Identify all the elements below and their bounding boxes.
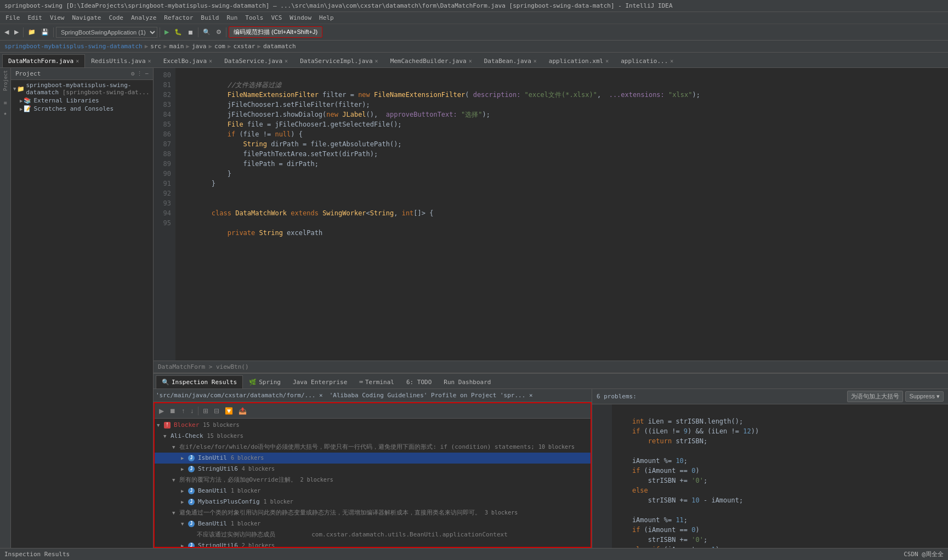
insp-static-rule[interactable]: ▼ 避免通过一个类的对象引用访问此类的静态变量或静态方法，无谓增加编译器解析成本… — [155, 507, 591, 518]
insp-prev-btn[interactable]: ↑ — [179, 406, 187, 416]
coding-scan-button[interactable]: 编码规范扫描 (Ctrl+Alt+Shift+J) — [229, 26, 322, 38]
menu-navigate[interactable]: Navigate — [69, 13, 105, 22]
fix-button[interactable]: 为语句加上大括号 — [847, 391, 903, 402]
insp-override-rule[interactable]: ▼ 所有的覆写方法，必须加@Override注解。 2 blockers — [155, 475, 591, 485]
insp-filter-btn[interactable]: 🔽 — [223, 406, 235, 416]
bottom-tab-java-enterprise[interactable]: Java Enterprise — [287, 375, 353, 388]
run-config-dropdown[interactable]: SpringBootSwingApplication (1) — [56, 27, 157, 38]
search-button[interactable]: 🔍 — [201, 27, 213, 37]
menu-tools[interactable]: Tools — [242, 13, 266, 22]
suppress-button[interactable]: Suppress ▾ — [905, 391, 944, 402]
static-detail-arrow — [190, 530, 195, 539]
breadcrumb-src[interactable]: src — [150, 43, 161, 50]
tree-scratches[interactable]: ▶ 📝 Scratches and Consoles — [11, 105, 153, 113]
bottom-tab-run-dashboard[interactable]: Run Dashboard — [438, 375, 497, 388]
tab-close-application2[interactable]: × — [670, 58, 673, 64]
bottom-tab-inspection[interactable]: 🔍 Inspection Results — [156, 375, 243, 388]
bottom-tab-spring[interactable]: 🌿 Spring — [243, 375, 287, 388]
tab-close-databean[interactable]: × — [533, 58, 537, 64]
tree-root[interactable]: ▼ 📁 springboot-mybatisplus-swing-datamat… — [11, 81, 153, 96]
bottom-tab-todo[interactable]: 6: TODO — [400, 375, 438, 388]
insp-export-btn[interactable]: 📤 — [236, 406, 249, 416]
right-panel-header: 6 problems: 为语句加上大括号 Suppress ▾ — [592, 389, 948, 404]
breadcrumb-main[interactable]: main — [169, 43, 184, 50]
status-inspection-label: Inspection Results — [4, 551, 70, 558]
debug-button[interactable]: 🐛 — [172, 27, 184, 37]
insp-beanutil-override[interactable]: ▶ J BeanUtil 1 blocker — [155, 485, 591, 496]
tab-databean[interactable]: DataBean.java × — [478, 54, 543, 67]
menu-analyze[interactable]: Analyze — [128, 13, 160, 22]
menu-view[interactable]: View — [47, 13, 68, 22]
project-icon: 📁 — [17, 85, 25, 93]
insp-run-btn[interactable]: ▶ — [157, 406, 166, 416]
insp-expand-btn[interactable]: ⊞ — [201, 406, 211, 416]
insp-next-btn[interactable]: ↓ — [188, 406, 196, 416]
menu-vcs[interactable]: VCS — [268, 13, 285, 22]
breadcrumb-com[interactable]: com — [214, 43, 225, 50]
menu-refactor[interactable]: Refactor — [161, 13, 196, 22]
insp-ifelse-rule[interactable]: ▼ 在if/else/for/while/do语句中必须使用大括号，即使只有一行… — [155, 442, 591, 453]
project-gear-icon[interactable]: ⚙ — [131, 70, 135, 77]
right-code-editor[interactable]: int iLen = strISBN.length(); if ((iLen !… — [612, 404, 948, 548]
insp-alicheck-blocker[interactable]: ▼ Ali-Check 15 blockers — [155, 431, 591, 442]
project-minimize-icon[interactable]: − — [145, 70, 149, 77]
project-settings-icon[interactable]: ⋮ — [137, 70, 143, 77]
override-label: 所有的覆写方法，必须加@Override注解。 — [179, 476, 297, 484]
insp-isbnutil[interactable]: ▶ J IsbnUtil 6 blockers — [155, 453, 591, 464]
breadcrumb-java[interactable]: java — [192, 43, 207, 50]
toolbar-back[interactable]: ◀ — [2, 27, 11, 37]
toolbar-save[interactable]: 💾 — [39, 27, 51, 37]
run-button[interactable]: ▶ — [162, 27, 171, 37]
breadcrumb-project[interactable]: springboot-mybatisplus-swing-datamatch — [4, 43, 143, 50]
menu-build[interactable]: Build — [197, 13, 222, 22]
toolbar-forward[interactable]: ▶ — [12, 27, 21, 37]
bottom-tab-terminal[interactable]: ⌨ Terminal — [353, 375, 400, 388]
tab-close-applicationxml[interactable]: × — [605, 58, 609, 64]
insp-blocker-group[interactable]: ▼ ! Blocker 15 blockers — [155, 420, 591, 431]
tab-close-memcachedbuilder[interactable]: × — [469, 58, 472, 64]
tab-label-application2: applicatio... — [621, 58, 668, 65]
inspection-profile-tab[interactable]: 'Alibaba Coding Guidelines' Profile on P… — [330, 392, 533, 399]
menu-window[interactable]: Window — [286, 13, 315, 22]
tab-close-redisutils[interactable]: × — [148, 58, 151, 64]
insp-static-detail[interactable]: 不应该通过实例访问静态成员 com.cxstar.datamatch.utils… — [155, 529, 591, 540]
insp-stringutil6-static[interactable]: ▶ J StringUtil6 2 blockers — [155, 540, 591, 547]
breadcrumb-datamatch[interactable]: datamatch — [263, 43, 296, 50]
insp-beanutil-static[interactable]: ▼ J BeanUtil 1 blocker — [155, 518, 591, 529]
tab-close-datamatchform[interactable]: × — [76, 58, 79, 64]
insp-stringutil6-1[interactable]: ▶ J StringUtil6 4 blockers — [155, 464, 591, 475]
menu-help[interactable]: Help — [316, 13, 337, 22]
favorites-sidebar-tab[interactable]: ★ — [3, 110, 7, 116]
menu-edit[interactable]: Edit — [25, 13, 46, 22]
toolbar-open[interactable]: 📁 — [26, 27, 38, 37]
insp-mybatisplusconfig[interactable]: ▶ J MybatisPlusConfig 1 blocker — [155, 496, 591, 507]
tab-close-dataserviceimpl[interactable]: × — [375, 58, 378, 64]
menu-code[interactable]: Code — [105, 13, 127, 22]
stringutil6-1-count: 4 blockers — [242, 465, 275, 473]
insp-collapse-btn[interactable]: ⊟ — [212, 406, 222, 416]
menu-file[interactable]: File — [2, 13, 24, 22]
tab-close-dataservice[interactable]: × — [285, 58, 288, 64]
tab-applicationxml[interactable]: application.xml × — [543, 54, 615, 67]
tab-datamatchform[interactable]: DataMatchForm.java × — [2, 54, 85, 67]
project-sidebar-tab[interactable]: Project — [3, 70, 8, 91]
editor-breadcrumb: DataMatchForm > viewBtn() — [154, 361, 948, 373]
menu-run[interactable]: Run — [223, 13, 241, 22]
code-editor[interactable]: //文件选择器过滤 FileNameExtensionFilter filter… — [175, 68, 948, 361]
tab-application2[interactable]: applicatio... × — [615, 54, 679, 67]
tab-dataservice[interactable]: DataService.java × — [218, 54, 294, 67]
right-code-content: int iLen = strISBN.length(); if ((iLen !… — [592, 404, 948, 548]
blocker-label: Blocker — [174, 421, 199, 430]
settings-button[interactable]: ⚙ — [214, 27, 224, 37]
tab-redisutils[interactable]: RedisUtils.java × — [85, 54, 157, 67]
tree-external-libs[interactable]: ▶ 📚 External Libraries — [11, 96, 153, 105]
tab-dataserviceimpl[interactable]: DataServiceImpl.java × — [294, 54, 384, 67]
stop-button[interactable]: ⏹ — [185, 28, 196, 37]
tab-memcachedbuilder[interactable]: MemCachedBuilder.java × — [384, 54, 478, 67]
structure-sidebar-tab[interactable]: ≡ — [3, 100, 7, 106]
tab-excelbo[interactable]: ExcelBo.java × — [157, 54, 219, 67]
breadcrumb-cxstar[interactable]: cxstar — [234, 43, 256, 50]
inspection-path-tab[interactable]: 'src/main/java/com/cxstar/datamatch/form… — [156, 392, 323, 399]
tab-close-excelbo[interactable]: × — [209, 58, 212, 64]
insp-stop-btn[interactable]: ⏹ — [167, 406, 178, 416]
